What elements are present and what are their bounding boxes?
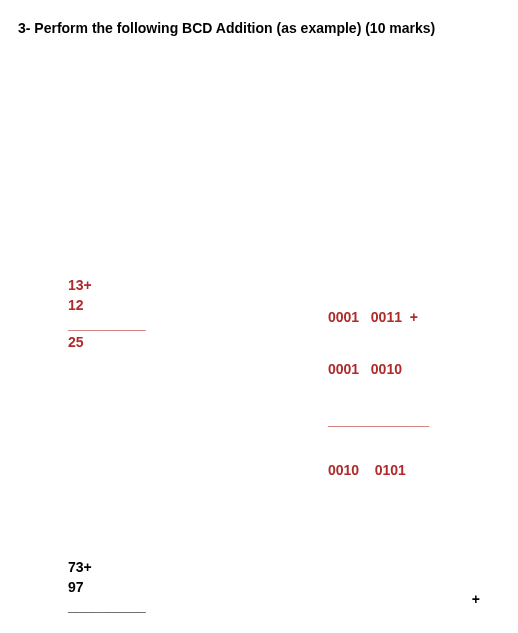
decimal-addend2: 12	[68, 296, 328, 316]
decimal-column: 13+ 12 __________ 25	[68, 276, 328, 513]
decimal-result: 25	[68, 333, 328, 353]
problem-example: 13+ 12 __________ 25 0001 0011 + 0001 00…	[18, 276, 500, 513]
decimal-rule: __________	[68, 315, 328, 333]
bcd-plus: +	[328, 590, 500, 610]
bcd-column: 0001 0011 + 0001 0010 _____________ 0010…	[328, 276, 500, 513]
problem-2: 73+ 97 __________ + _____________	[18, 558, 500, 633]
decimal-addend2: 97	[68, 578, 328, 598]
decimal-rule: __________	[68, 597, 328, 615]
decimal-addend1: 13+	[68, 276, 328, 296]
bcd-addend2: 0001 0010	[328, 360, 500, 380]
decimal-column: 73+ 97 __________	[68, 558, 328, 633]
decimal-addend1: 73+	[68, 558, 328, 578]
bcd-addend1: 0001 0011 +	[328, 308, 500, 328]
bcd-result: 0010 0101	[328, 461, 500, 481]
bcd-rule: _____________	[328, 411, 500, 429]
bcd-column: + _____________	[328, 558, 500, 633]
question-title: 3- Perform the following BCD Addition (a…	[18, 20, 500, 36]
